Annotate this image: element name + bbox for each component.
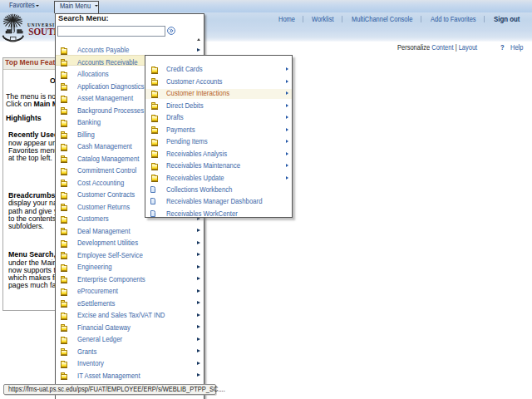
svg-text:SOUTH: SOUTH [28, 27, 55, 37]
